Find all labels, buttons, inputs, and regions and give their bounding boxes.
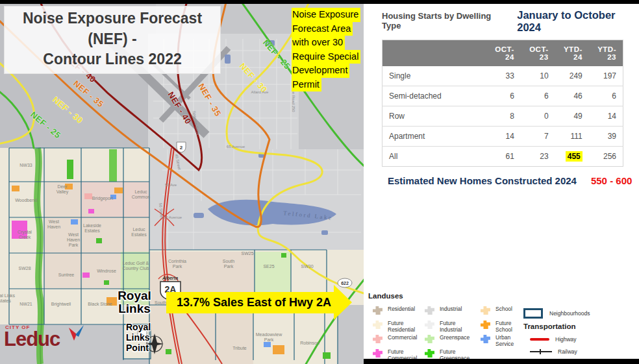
road-label: 57 Ave	[165, 183, 177, 187]
row-label: Row	[382, 106, 487, 127]
table-cell: 256	[589, 147, 623, 167]
table-cell: 61	[486, 147, 521, 167]
estimate-value: 550 - 600	[591, 175, 632, 186]
legend-item: School	[481, 306, 522, 320]
legend-item-label: FutureResidential	[388, 320, 415, 333]
estimate-label: Estimated New Homes Constructed 2024	[388, 175, 577, 186]
legend-item: FutureResidential	[373, 320, 420, 334]
neighbourhoods-legend-item: Neighbourhoods	[523, 307, 633, 320]
neighbourhood-label: DeerValley	[56, 184, 69, 195]
estimate-row: Estimated New Homes Constructed 2024 550…	[388, 175, 639, 186]
neighbourhood-label: SW28	[18, 266, 31, 271]
sales-east-arrow-label: 13.7% Sales East of Hwy 2A	[166, 292, 334, 313]
royal-links-point-line: Point	[126, 343, 158, 353]
transportation-title: Transportation	[523, 322, 633, 330]
neighbourhood-label: Black Stone	[88, 302, 112, 306]
table-cell: 23	[521, 147, 555, 167]
table-cell: 7	[521, 127, 555, 147]
map-title-line2: Contour Lines 2022	[5, 49, 220, 70]
royal-links-point-line: Links	[126, 332, 158, 343]
neighbourhood-label: WestHaven	[47, 219, 60, 229]
neighbourhood-label: LakesideEstates	[83, 223, 101, 233]
panel-title-row: Housing Starts by Dwelling Type January …	[382, 9, 639, 34]
nef-note-line: Development	[292, 64, 349, 78]
row-label: All	[382, 147, 487, 167]
legend-item: Commercial	[373, 334, 420, 348]
table-cell: 8	[486, 106, 521, 127]
legend-item-label: Industrial	[440, 306, 462, 312]
sales-east-arrow: 13.7% Sales East of Hwy 2A	[166, 284, 352, 321]
road-label: 65 Avenue	[227, 145, 245, 149]
royal-links-label: Royal Links	[116, 289, 153, 315]
housing-table-title: Housing Starts by Dwelling Type	[382, 11, 509, 30]
nef-note-line: Forecast Area	[292, 22, 353, 36]
table-row: Row804914	[382, 106, 623, 127]
railway-line-icon	[530, 351, 552, 352]
alberta-script: Alberta	[162, 276, 178, 280]
neighbourhood-label: SE25	[263, 264, 274, 269]
railway-legend-item: Railway	[530, 348, 633, 355]
neighbourhood-label: NW33	[19, 163, 32, 167]
legend-item: FutureIndustrial	[425, 320, 475, 334]
logo-leduc: Leduc	[4, 330, 101, 348]
legend-column: ResidentialFutureResidentialCommercialFu…	[368, 306, 420, 363]
neighbourhood-label: SW25	[241, 251, 253, 256]
table-row: Apartment14711139	[382, 127, 623, 147]
landuse-swatch-icon	[373, 335, 382, 343]
landuses-title: Landuses	[368, 292, 635, 300]
table-row: Semi-detached66466	[382, 86, 623, 106]
legend-item-label: Residential	[388, 306, 415, 312]
nef-note-line: Permit	[292, 78, 321, 92]
nef-map: 2 2 Alberta 2A 622 N NEF - 40NEF - 35NEF…	[0, 0, 364, 364]
legend-item: Industrial	[425, 306, 475, 320]
map-legend: Landuses ResidentialFutureResidentialCom…	[368, 292, 635, 363]
neighbourhood-label: Bridgeport	[92, 196, 113, 201]
neighbourhood-outline-icon	[523, 308, 543, 319]
table-cell: 33	[486, 66, 521, 86]
legend-item-label: School	[495, 306, 512, 312]
table-header: OCT-24OCT-23YTD-24YTD-23	[382, 40, 623, 67]
legend-item: FutureSchool	[481, 320, 522, 334]
legend-item: Residential	[373, 306, 420, 320]
table-cell: 14	[486, 127, 521, 147]
neighbourhood-label: CrystalCreek	[18, 230, 32, 239]
legend-item-label: Commercial	[388, 334, 417, 341]
highway-legend-item: Highway	[530, 336, 633, 343]
row-label: Semi-detached	[382, 86, 487, 106]
legend-item-label: UrbanService	[495, 334, 514, 347]
landuse-swatch-icon	[481, 306, 490, 315]
neighbourhood-label: SouthPark	[223, 259, 234, 269]
table-row: Single3310249197	[382, 66, 623, 86]
table-cell: 39	[589, 127, 623, 147]
nef-permit-note: Noise ExposureForecast Areawith over 30R…	[292, 8, 366, 91]
legend-item-label: FutureIndustrial	[440, 320, 462, 333]
landuse-swatch-icon	[373, 349, 382, 358]
highway-label: Highway	[555, 336, 577, 343]
map-title-line1: Noise Exposure Forecast (NEF) -	[5, 8, 220, 49]
neighbourhood-label: Suntree	[58, 273, 75, 277]
row-label: Single	[382, 66, 487, 86]
neighbourhood-label: NW21	[19, 302, 32, 306]
table-cell: 49	[555, 106, 589, 127]
neighbourhood-label: WestHavenPark	[67, 232, 80, 247]
royal-links-line1: Royal	[116, 289, 153, 302]
table-cell: 46	[555, 86, 589, 106]
row-label: Apartment	[382, 127, 487, 147]
housing-table-period: January to October 2024	[517, 9, 639, 34]
neighbourhood-label: SW30	[301, 264, 313, 269]
map-title: Noise Exposure Forecast (NEF) - Contour …	[4, 6, 221, 74]
legend-columns: ResidentialFutureResidentialCommercialFu…	[368, 306, 635, 363]
empty-header-cell	[382, 40, 487, 67]
railway-label: Railway	[558, 348, 577, 355]
royal-links-line2: Links	[116, 302, 153, 315]
city-of-leduc-logo: CITY OF Leduc	[4, 324, 101, 348]
table-cell: 6	[486, 86, 521, 106]
nef-note-line: Noise Exposure	[292, 8, 360, 22]
table-cell: 249	[555, 66, 589, 86]
table-cell: 10	[521, 66, 555, 86]
legend-column: SchoolFutureSchoolUrbanService	[475, 306, 522, 363]
table-body: Single3310249197Semi-detached66466Row804…	[382, 66, 623, 167]
table-cell: 455	[555, 147, 589, 167]
nef-note-line: Require Special	[292, 50, 360, 64]
neighbourhood-label: LeducEstates	[131, 227, 147, 237]
